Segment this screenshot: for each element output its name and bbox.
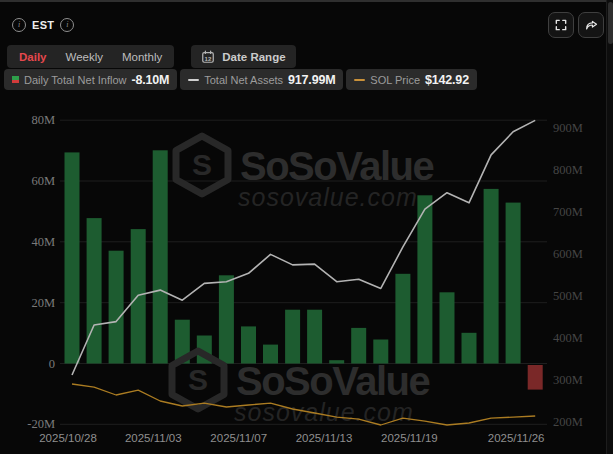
bar: [307, 310, 322, 364]
legend-item-total-net-assets[interactable]: Total Net Assets 917.99M: [180, 69, 343, 90]
x-axis-labels: 2025/10/282025/11/032025/11/072025/11/13…: [39, 432, 544, 444]
svg-text:2025/10/28: 2025/10/28: [39, 432, 97, 444]
window-buttons: [548, 12, 604, 38]
date-range-label: Date Range: [222, 51, 285, 63]
info-icon[interactable]: i: [60, 18, 74, 32]
svg-text:300M: 300M: [553, 373, 583, 387]
share-button[interactable]: [578, 12, 604, 38]
calendar-icon: 12: [201, 50, 215, 64]
watermark: S SoSoValue sosovalue.com: [176, 136, 433, 211]
timezone-cluster: i EST i: [12, 18, 74, 32]
net-assets-legend-icon: [188, 79, 199, 81]
tab-weekly[interactable]: Weekly: [66, 51, 104, 63]
svg-text:2025/11/07: 2025/11/07: [210, 432, 267, 444]
bar: [285, 310, 300, 364]
legend-value: -8.10M: [132, 73, 170, 87]
bar: [484, 189, 499, 364]
bar: [109, 251, 124, 364]
legend-value: $142.92: [425, 73, 469, 87]
svg-text:900M: 900M: [553, 121, 583, 135]
left-axis-labels: 80M60M40M20M0-20M: [27, 113, 55, 431]
svg-text:sosovalue.com: sosovalue.com: [234, 398, 414, 426]
info-icon[interactable]: i: [12, 18, 26, 32]
bar: [506, 203, 521, 364]
bar: [241, 326, 256, 363]
bar: [153, 150, 168, 363]
bar: [417, 195, 432, 363]
legend: Daily Total Net Inflow -8.10M Total Net …: [4, 69, 477, 90]
svg-text:SoSoValue: SoSoValue: [240, 144, 433, 188]
bar: [440, 292, 455, 363]
sol-price-legend-icon: [354, 79, 365, 81]
tab-daily[interactable]: Daily: [19, 51, 47, 63]
svg-text:700M: 700M: [553, 205, 583, 219]
scrollbar-thumb[interactable]: [608, 2, 613, 44]
svg-text:40M: 40M: [31, 235, 55, 249]
share-icon: [584, 18, 599, 33]
svg-text:-20M: -20M: [27, 417, 55, 431]
svg-text:2025/11/03: 2025/11/03: [125, 432, 182, 444]
svg-text:800M: 800M: [553, 163, 583, 177]
svg-text:80M: 80M: [31, 113, 55, 127]
legend-value: 917.99M: [288, 73, 335, 87]
interval-tab-group: Daily Weekly Monthly: [7, 45, 174, 68]
right-axis-labels: 900M800M700M600M500M400M300M200M: [553, 121, 583, 429]
legend-label: Daily Total Net Inflow: [24, 74, 127, 86]
scrollbar-track[interactable]: [606, 0, 613, 454]
tab-monthly[interactable]: Monthly: [122, 51, 162, 63]
bar: [462, 333, 477, 364]
svg-text:200M: 200M: [553, 415, 583, 429]
legend-item-daily-net-inflow[interactable]: Daily Total Net Inflow -8.10M: [4, 69, 177, 90]
date-range-button[interactable]: 12 Date Range: [191, 45, 295, 68]
toolbar: Daily Weekly Monthly 12 Date Range: [7, 45, 296, 68]
svg-text:20M: 20M: [31, 296, 55, 310]
svg-text:500M: 500M: [553, 289, 583, 303]
inflow-legend-icon: [12, 76, 19, 83]
bar-negative: [528, 365, 543, 390]
svg-text:S: S: [192, 148, 212, 181]
bar: [219, 275, 234, 363]
svg-text:2025/11/26: 2025/11/26: [488, 432, 545, 444]
svg-text:SoSoValue: SoSoValue: [236, 359, 429, 403]
svg-text:2025/11/19: 2025/11/19: [381, 432, 438, 444]
svg-text:60M: 60M: [31, 174, 55, 188]
legend-label: Total Net Assets: [204, 74, 283, 86]
svg-text:0: 0: [49, 357, 55, 371]
bar: [65, 152, 80, 363]
svg-text:2025/11/13: 2025/11/13: [296, 432, 353, 444]
fullscreen-button[interactable]: [548, 12, 574, 38]
bar: [87, 218, 102, 363]
svg-text:12: 12: [205, 54, 212, 61]
svg-text:sosovalue.com: sosovalue.com: [238, 183, 418, 211]
svg-text:600M: 600M: [553, 247, 583, 261]
timezone-label: EST: [32, 19, 54, 31]
fullscreen-icon: [554, 18, 568, 32]
svg-text:400M: 400M: [553, 331, 583, 345]
svg-text:S: S: [188, 363, 208, 396]
bar: [395, 274, 410, 364]
legend-label: SOL Price: [370, 74, 420, 86]
legend-item-sol-price[interactable]: SOL Price $142.92: [346, 69, 477, 90]
sosovalue-chart-panel: 80M60M40M20M0-20M900M800M700M600M500M400…: [0, 0, 613, 454]
